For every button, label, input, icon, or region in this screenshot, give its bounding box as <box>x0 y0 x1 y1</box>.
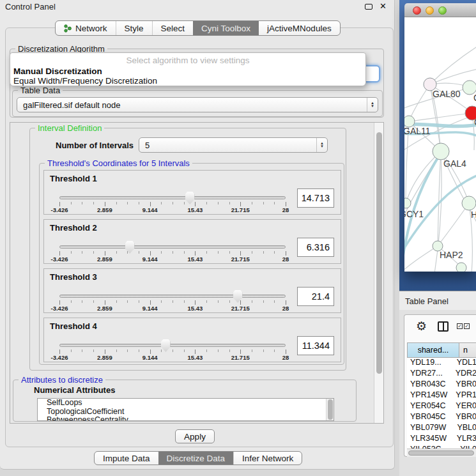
slider-ticks <box>59 251 286 256</box>
threshold-2-panel: Threshold 2 -3.4262.8599.14415.4321.7152… <box>43 219 341 264</box>
node-label: GAL11 <box>404 126 431 136</box>
table-row[interactable]: YLR345WYLR3 <box>407 434 476 445</box>
scrollbar-thumb[interactable] <box>376 132 382 374</box>
network-node[interactable] <box>433 143 449 160</box>
cell-name: YLR3 <box>452 434 476 445</box>
tick-label: 9.144 <box>142 354 158 361</box>
cell-shared-name: YLR345W <box>407 434 452 445</box>
tab-cyni-toolbox[interactable]: Cyni Toolbox <box>193 21 259 35</box>
table-row[interactable]: YDR27...YDR2 <box>407 369 476 380</box>
tick-label: 2.859 <box>97 206 112 213</box>
node-label: GCY1 <box>404 209 424 219</box>
tab-select[interactable]: Select <box>152 21 194 35</box>
threshold-label: Threshold 2 <box>50 223 97 233</box>
threshold-1-panel: Threshold 1 -3.4262.8599.14415.4321.7152… <box>43 170 341 215</box>
table-horizontal-scrollbar[interactable] <box>407 449 476 457</box>
tab-impute-data[interactable]: Impute Data <box>95 452 158 464</box>
column-layout-icon[interactable] <box>438 321 449 332</box>
table-panel-header: Table Panel <box>399 291 476 310</box>
panel-scrollbar[interactable] <box>374 123 383 423</box>
dropdown-prompt: Select algorithm to view settings <box>10 56 365 65</box>
control-panel-titlebar: Control Panel ✕ <box>0 0 394 13</box>
zoom-traffic-light[interactable] <box>438 6 447 15</box>
tick-label: 15.43 <box>188 206 203 213</box>
slider-tick-labels: -3.4262.8599.14415.4321.71528 <box>59 305 286 312</box>
threshold-slider[interactable] <box>59 344 286 347</box>
node-label: HAP2 <box>440 250 463 260</box>
tab-network[interactable]: Network <box>56 21 116 35</box>
table-row[interactable]: YBR043CYBR0 <box>407 380 476 390</box>
threshold-value-field[interactable]: 21.4 <box>297 287 334 306</box>
top-tab-bar: Network Style Select Cyni Toolbox jActiv… <box>55 20 341 36</box>
network-node[interactable] <box>456 263 466 272</box>
apply-button[interactable]: Apply <box>175 429 215 443</box>
close-icon[interactable]: ✕ <box>380 1 387 11</box>
cell-name: YBL0 <box>452 423 476 434</box>
threshold-value-field[interactable]: 11.344 <box>297 336 334 355</box>
table-row[interactable]: YER054CYER0 <box>407 401 476 412</box>
table-row[interactable]: YBR045CYBR0 <box>407 412 476 423</box>
tick-label: 15.43 <box>188 305 203 312</box>
checkbox-icon[interactable]: ✓ <box>464 323 470 329</box>
threshold-value-field[interactable]: 6.316 <box>297 238 334 257</box>
group-title: Threshold's Coordinates for 5 Intervals <box>45 158 192 168</box>
table-panel-title: Table Panel <box>405 296 449 306</box>
network-icon <box>64 24 72 33</box>
threshold-3-panel: Threshold 3 -3.4262.8599.14415.4321.7152… <box>43 268 341 313</box>
cell-name: YPR1 <box>451 390 476 401</box>
network-window-titlebar[interactable] <box>404 3 476 17</box>
node-label: GA <box>473 93 476 103</box>
checkbox-icon[interactable]: ✓ <box>457 323 463 329</box>
tick-label: 9.144 <box>142 305 158 312</box>
threshold-slider[interactable] <box>59 196 286 199</box>
threshold-slider[interactable] <box>59 295 286 298</box>
table-row[interactable]: YBL079WYBL0 <box>407 423 476 434</box>
number-of-intervals-combobox[interactable]: 5 ▲▼ <box>139 137 328 153</box>
attributes-to-discretize-group: Attributes to discretize Numerical Attri… <box>13 380 357 422</box>
table-row[interactable]: YDL19...YDL1 <box>407 358 476 369</box>
thresholds-coordinates-group: Threshold's Coordinates for 5 Intervals … <box>39 163 344 365</box>
tick-label: 28 <box>282 305 289 312</box>
spinner-arrows-icon: ▲▼ <box>316 138 327 152</box>
column-header-name[interactable]: n <box>459 342 476 358</box>
numerical-attributes-list: SelfLoopsTopologicalCoefficientBetweenne… <box>37 398 334 421</box>
tick-label: 21.715 <box>231 354 250 361</box>
dropdown-option-equal-width-frequency[interactable]: Equal Width/Frequency Discretization <box>13 76 362 86</box>
attribute-list-item[interactable]: TopologicalCoefficient <box>38 408 334 417</box>
panel-title: Control Panel <box>5 2 56 12</box>
tab-style[interactable]: Style <box>116 21 152 35</box>
network-graph: GAL80GACGAL11GAL4GCY1HHAP2 <box>404 17 476 272</box>
control-panel-window: Control Panel ✕ Network Style Select Cyn… <box>0 0 395 470</box>
close-traffic-light[interactable] <box>413 6 421 15</box>
network-node[interactable] <box>462 196 476 210</box>
threshold-value-field[interactable]: 14.713 <box>297 188 334 208</box>
tab-discretize-data[interactable]: Discretize Data <box>158 452 234 464</box>
dropdown-option-manual-discretization[interactable]: Manual Discretization <box>13 66 362 76</box>
gear-icon[interactable]: ⚙ <box>416 319 427 333</box>
threshold-slider[interactable] <box>59 245 286 249</box>
tab-infer-network[interactable]: Infer Network <box>233 452 302 464</box>
threshold-label: Threshold 1 <box>50 174 97 183</box>
node-label: H <box>471 210 476 220</box>
node-label: GAL80 <box>433 89 461 99</box>
table-row[interactable]: YPR145WYPR1 <box>407 390 476 401</box>
scrollbar-thumb[interactable] <box>328 399 333 420</box>
network-canvas[interactable]: GAL80GACGAL11GAL4GCY1HHAP2 <box>404 17 476 272</box>
attribute-list-item[interactable]: SelfLoops <box>38 399 334 408</box>
tick-label: 9.144 <box>142 256 158 263</box>
cell-name: YDL1 <box>452 358 476 369</box>
slider-ticks <box>59 300 286 305</box>
float-window-icon[interactable] <box>365 4 372 10</box>
column-header-shared-name[interactable]: shared... <box>407 342 459 358</box>
network-node[interactable] <box>404 198 411 208</box>
tab-jactivemnodules[interactable]: jActiveMNodules <box>259 21 340 35</box>
table-data-combobox[interactable]: galFiltered.sif default node ▲▼ <box>17 97 378 112</box>
cyni-toolbox-panel: Discretization Algorithm Select algorith… <box>5 27 394 447</box>
spinner-arrows-icon: ▲▼ <box>367 98 378 112</box>
algorithm-dropdown-popup: Select algorithm to view settings Manual… <box>10 52 366 86</box>
node-table: shared... n YDL19...YDL1YDR27...YDR2YBR0… <box>407 342 476 456</box>
list-scrollbar[interactable] <box>326 399 334 420</box>
attribute-list-item[interactable]: BetweennessCentrality <box>38 416 334 421</box>
scrollbar-thumb[interactable] <box>408 450 474 456</box>
minimize-traffic-light[interactable] <box>426 6 434 15</box>
